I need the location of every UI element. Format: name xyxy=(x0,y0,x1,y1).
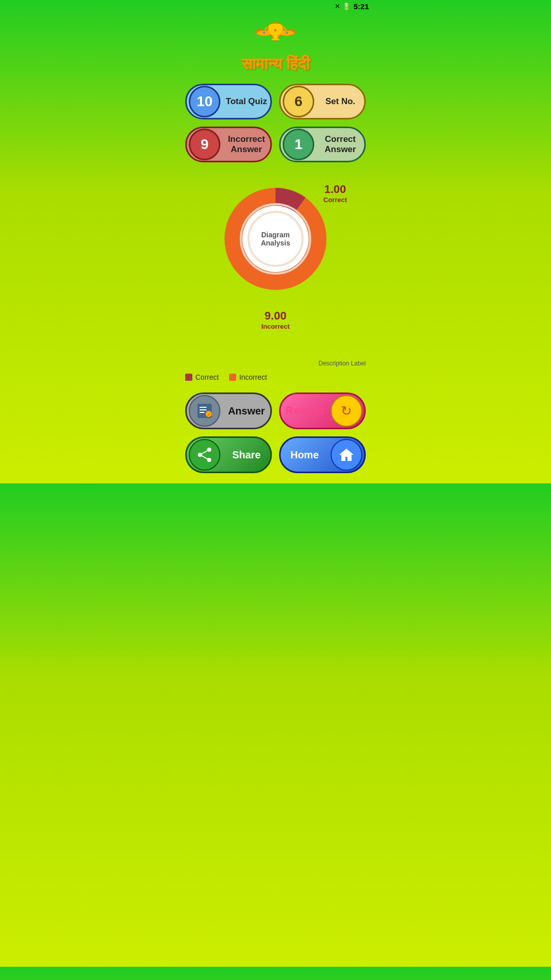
restart-label: Restart xyxy=(281,404,329,418)
legend-correct: Correct xyxy=(185,373,219,381)
battery-icon: 🔋 xyxy=(342,3,350,10)
correct-answer-card: 1 Correct Answer xyxy=(279,127,366,162)
incorrect-answer-card: 9 Incorrect Answer xyxy=(185,127,272,162)
svg-text:✓: ✓ xyxy=(207,412,211,417)
action-buttons: ✓ Answer Restart ↻ Share Home xyxy=(176,385,375,483)
incorrect-answer-badge: 9 xyxy=(189,129,220,160)
home-label: Home xyxy=(281,449,329,461)
svg-text:★: ★ xyxy=(273,28,278,33)
status-bar: ✕ 🔋 5:21 xyxy=(176,0,375,13)
svg-line-18 xyxy=(200,450,209,455)
clock: 5:21 xyxy=(354,2,369,11)
header-section: ★ ★ ★ सामान्य हिंदी xyxy=(176,13,375,79)
set-no-card: 6 Set No. xyxy=(279,84,366,119)
svg-rect-3 xyxy=(274,36,277,39)
correct-answer-label: Correct Answer xyxy=(316,134,364,155)
chart-wrapper: Diagram Analysis 1.00 Correct 9.00 Incor… xyxy=(209,173,342,356)
set-no-label: Set No. xyxy=(316,96,364,107)
donut-chart: Diagram Analysis 1.00 Correct xyxy=(209,173,342,305)
svg-line-19 xyxy=(200,455,209,460)
svg-rect-12 xyxy=(199,412,205,413)
incorrect-answer-label: Incorrect Answer xyxy=(222,134,270,155)
answer-label: Answer xyxy=(222,405,270,417)
legend-incorrect-dot xyxy=(229,374,236,381)
trophy-icon: ★ ★ ★ xyxy=(253,17,298,53)
home-icon xyxy=(331,439,362,471)
answer-button[interactable]: ✓ Answer xyxy=(185,393,272,429)
svg-rect-11 xyxy=(199,409,207,410)
signal-icon: ✕ xyxy=(335,3,340,10)
correct-answer-badge: 1 xyxy=(283,129,314,160)
answer-icon: ✓ xyxy=(189,395,220,427)
chart-correct-label: 1.00 Correct xyxy=(323,183,347,204)
chart-incorrect-label: 9.00 Incorrect xyxy=(209,309,342,330)
total-quiz-card: 10 Total Quiz xyxy=(185,84,272,119)
total-quiz-badge: 10 xyxy=(189,86,220,117)
chart-section: Diagram Analysis 1.00 Correct 9.00 Incor… xyxy=(176,167,375,356)
share-icon xyxy=(189,439,220,471)
app-title: सामान्य हिंदी xyxy=(241,55,310,74)
svg-rect-10 xyxy=(199,407,207,408)
legend-correct-label: Correct xyxy=(195,373,219,381)
restart-icon: ↻ xyxy=(331,395,362,427)
home-button[interactable]: Home xyxy=(279,436,366,473)
restart-button[interactable]: Restart ↻ xyxy=(279,393,366,429)
status-icons: ✕ 🔋 xyxy=(335,3,350,10)
chart-center-label: Diagram Analysis xyxy=(247,211,304,267)
chart-legend: Correct Incorrect xyxy=(176,369,375,385)
total-quiz-label: Total Quiz xyxy=(222,96,270,107)
description-label: Description Label xyxy=(176,356,375,369)
set-no-badge: 6 xyxy=(283,86,314,117)
legend-correct-dot xyxy=(185,374,192,381)
legend-incorrect: Incorrect xyxy=(229,373,267,381)
svg-marker-20 xyxy=(339,449,354,461)
legend-incorrect-label: Incorrect xyxy=(239,373,267,381)
svg-rect-4 xyxy=(272,39,280,40)
stats-grid: 10 Total Quiz 6 Set No. 9 Incorrect Answ… xyxy=(176,79,375,167)
share-label: Share xyxy=(222,449,270,461)
share-button[interactable]: Share xyxy=(185,436,272,473)
